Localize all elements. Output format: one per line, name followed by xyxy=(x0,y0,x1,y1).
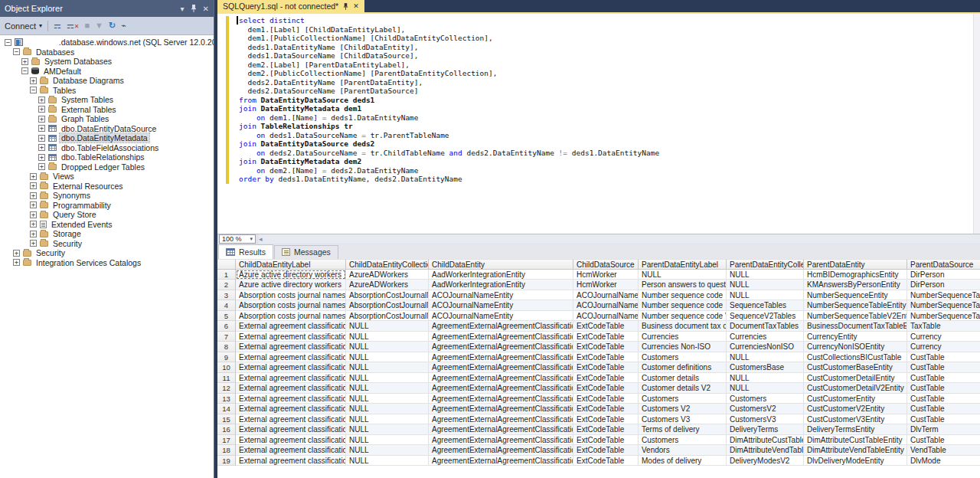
grid-cell[interactable]: HcmWorker xyxy=(573,270,639,280)
tree-expander-icon[interactable]: + xyxy=(30,231,37,237)
grid-cell[interactable]: External agreement classification code xyxy=(236,445,346,456)
grid-row-number[interactable]: 9 xyxy=(217,352,236,363)
tree-item[interactable]: − .database.windows.net (SQL Server 12.0… xyxy=(0,38,214,47)
tab-messages[interactable]: Messages xyxy=(274,245,338,259)
grid-cell[interactable]: NULL xyxy=(346,435,429,446)
grid-cell[interactable]: NumberSequenceTable xyxy=(907,311,980,322)
grid-cell[interactable]: DeliveryModesV2 xyxy=(727,456,804,467)
grid-cell[interactable]: AgreementExternalAgreementClassification… xyxy=(429,424,573,435)
grid-cell[interactable]: HcmBIDemographicsEntity xyxy=(804,270,907,280)
grid-column-header[interactable]: ParentDataEntity xyxy=(804,259,907,270)
tree-expander-icon[interactable]: + xyxy=(38,106,45,113)
grid-cell[interactable]: External agreement classification code xyxy=(236,414,346,425)
refresh-icon[interactable]: ↻ xyxy=(109,21,116,30)
stop-icon[interactable]: ■ xyxy=(84,21,90,30)
tree-expander-icon[interactable]: + xyxy=(30,182,37,189)
grid-cell[interactable]: ExtCodeTable xyxy=(573,332,639,342)
tree-item[interactable]: +dbo.TableFieldAssociations xyxy=(0,143,214,153)
grid-cell[interactable]: ACOJournalName_BR xyxy=(573,311,639,322)
grid-row-number[interactable]: 3 xyxy=(217,290,236,301)
connect-server-icon[interactable]: ⚎ xyxy=(54,21,61,30)
grid-cell[interactable]: CurrencyEntity xyxy=(804,332,907,342)
grid-cell[interactable]: AadWorkerIntegrationEntity xyxy=(429,270,573,280)
grid-cell[interactable]: ExtCodeTable xyxy=(573,404,639,414)
pin-icon[interactable] xyxy=(191,5,197,12)
grid-cell[interactable]: NULL xyxy=(727,383,804,394)
grid-cell[interactable]: CustTable xyxy=(907,373,980,384)
grid-cell[interactable]: NumberSequenceEntity xyxy=(804,290,907,301)
grid-row-number[interactable]: 12 xyxy=(217,383,236,394)
grid-cell[interactable]: NumberSequenceTable xyxy=(907,290,980,301)
grid-cell[interactable]: AbsorptionCostJournalNames xyxy=(346,300,429,311)
grid-cell[interactable]: NULL xyxy=(346,456,429,467)
tree-item[interactable]: +Dropped Ledger Tables xyxy=(0,162,214,172)
grid-cell[interactable]: AgreementExternalAgreementClassification… xyxy=(429,404,573,414)
tree-expander-icon[interactable]: + xyxy=(13,250,20,257)
tree-item[interactable]: +Views xyxy=(0,172,214,182)
grid-cell[interactable]: Number sequence code V2 xyxy=(639,311,727,322)
grid-cell[interactable]: CustCustomerDetailEntity xyxy=(804,373,907,384)
grid-column-header[interactable]: ChildDataSource xyxy=(573,259,639,270)
grid-cell[interactable]: SequenceV2Tables xyxy=(727,311,804,322)
grid-cell[interactable]: Customers V3 xyxy=(639,414,727,425)
grid-cell[interactable]: ACOJournalName_BR xyxy=(573,300,639,311)
tree-item[interactable]: +Synonyms xyxy=(0,191,214,201)
grid-row-number[interactable]: 19 xyxy=(217,456,236,467)
grid-cell[interactable]: ExtCodeTable xyxy=(573,383,639,394)
tree-expander-icon[interactable]: + xyxy=(30,240,37,247)
grid-cell[interactable]: ExtCodeTable xyxy=(573,362,639,373)
grid-cell[interactable]: Customers xyxy=(639,394,727,404)
grid-cell[interactable]: External agreement classification code xyxy=(236,383,346,394)
grid-cell[interactable]: AadWorkerIntegrationEntity xyxy=(429,280,573,290)
grid-cell[interactable]: Azure active directory workers xyxy=(236,270,346,280)
editor-zoom-select[interactable]: 100 % ▾ xyxy=(219,234,256,244)
tree-expander-icon[interactable]: − xyxy=(21,67,28,74)
disconnect-icon[interactable]: ⚎✕ xyxy=(67,21,80,30)
grid-cell[interactable]: Customer details xyxy=(639,373,727,384)
grid-cell[interactable]: DimAttributeCustTables xyxy=(727,435,804,446)
grid-cell[interactable]: External agreement classification code xyxy=(236,424,346,435)
grid-column-header[interactable]: ChildDataEntityCollection xyxy=(346,259,429,270)
grid-cell[interactable]: CustTable xyxy=(907,352,980,363)
window-position-icon[interactable]: ▾ xyxy=(181,5,185,13)
grid-cell[interactable]: Customer definitions xyxy=(639,362,727,373)
grid-cell[interactable]: Currencies Non-ISO xyxy=(639,342,727,352)
grid-cell[interactable]: Currencies xyxy=(639,332,727,342)
grid-cell[interactable]: ACOJournalNameEntity xyxy=(429,311,573,322)
tab-pin-icon[interactable] xyxy=(343,3,348,10)
grid-cell[interactable]: CustCustomerV3Entity xyxy=(804,414,907,425)
grid-cell[interactable]: NULL xyxy=(346,332,429,342)
grid-cell[interactable]: CustTable xyxy=(907,404,980,414)
tree-item[interactable]: +Extended Events xyxy=(0,220,214,230)
grid-column-header[interactable]: ChildDataEntityLabel xyxy=(236,259,346,270)
grid-cell[interactable]: Vendors xyxy=(639,445,727,456)
grid-cell[interactable]: Absorption costs journal names xyxy=(236,290,346,301)
grid-cell[interactable]: External agreement classification code xyxy=(236,321,346,332)
close-icon[interactable]: ✕ xyxy=(203,5,209,13)
grid-cell[interactable]: AgreementExternalAgreementClassification… xyxy=(429,394,573,404)
tree-expander-icon[interactable]: + xyxy=(38,154,45,161)
editor-vertical-scrollbar[interactable] xyxy=(973,14,980,234)
tree-item[interactable]: +Programmability xyxy=(0,201,214,211)
grid-cell[interactable]: ExtCodeTable xyxy=(573,456,639,467)
grid-cell[interactable]: ExtCodeTable xyxy=(573,352,639,363)
tree-expander-icon[interactable]: + xyxy=(30,77,37,84)
tree-item[interactable]: +Database Diagrams xyxy=(0,76,214,86)
grid-row-number[interactable]: 2 xyxy=(217,280,236,290)
tree-item[interactable]: +Integration Services Catalogs xyxy=(0,258,214,268)
tree-expander-icon[interactable]: + xyxy=(30,192,37,199)
grid-cell[interactable]: External agreement classification code xyxy=(236,435,346,446)
grid-cell[interactable]: External agreement classification code xyxy=(236,456,346,467)
grid-cell[interactable]: BusinessDocumentTaxTableEntity xyxy=(804,321,907,332)
grid-column-header[interactable]: ChildDataEntity xyxy=(429,259,573,270)
grid-cell[interactable]: Customers V2 xyxy=(639,404,727,414)
grid-cell[interactable]: CustCustomerEntity xyxy=(804,394,907,404)
grid-row-number[interactable]: 14 xyxy=(217,404,236,414)
tree-expander-icon[interactable]: + xyxy=(30,201,37,208)
grid-cell[interactable]: NULL xyxy=(346,404,429,414)
grid-cell[interactable]: CustomersBase xyxy=(727,362,804,373)
grid-cell[interactable]: ExtCodeTable xyxy=(573,435,639,446)
grid-row-number[interactable]: 10 xyxy=(217,362,236,373)
grid-cell[interactable]: DocumentTaxTables xyxy=(727,321,804,332)
grid-cell[interactable]: NULL xyxy=(346,394,429,404)
